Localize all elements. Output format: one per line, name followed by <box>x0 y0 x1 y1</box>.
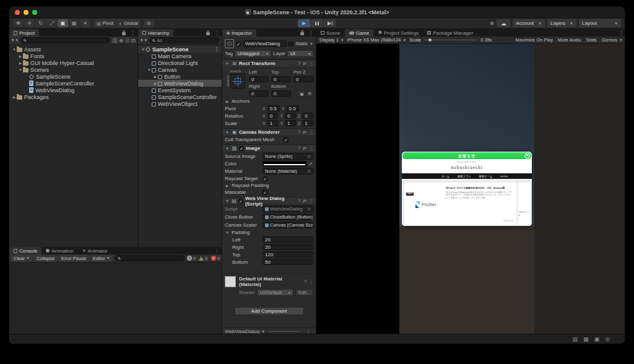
twisty-icon[interactable] <box>225 62 230 66</box>
component-menu-icon[interactable]: ⋮ <box>309 61 313 66</box>
panel-menu-icon[interactable]: ⋮ <box>306 29 316 37</box>
pause-button[interactable] <box>311 19 323 27</box>
component-menu-icon[interactable]: ⋮ <box>309 130 313 135</box>
twisty-icon[interactable] <box>18 61 23 65</box>
mute-audio-toggle[interactable]: Mute Audio <box>558 37 581 43</box>
hierarchy-tree-row[interactable]: Directional Light <box>138 59 222 66</box>
hierarchy-search-input[interactable]: All <box>149 37 220 43</box>
twisty-icon[interactable] <box>18 68 23 72</box>
help-icon[interactable]: ? <box>298 146 300 151</box>
tab-project[interactable]: Project <box>9 29 39 37</box>
layout-dropdown[interactable]: Layout▼ <box>579 19 621 27</box>
project-tree-row[interactable]: GUI Mobile Hyper-Casual <box>9 59 137 66</box>
padding-top-field[interactable]: 120 <box>263 251 313 258</box>
create-asset-button[interactable]: +▼ <box>11 37 19 43</box>
padding-bottom-field[interactable]: 50 <box>263 259 313 265</box>
scale-z-field[interactable]: 1 <box>302 120 313 126</box>
dialog-close-button[interactable]: ✕ <box>524 153 530 158</box>
rotation-z-field[interactable]: 0 <box>302 113 313 119</box>
image-enabled-checkbox[interactable] <box>239 146 244 151</box>
nav-item-games[interactable]: 開発ゲーム <box>479 175 492 178</box>
tab-inspector[interactable]: Inspector <box>222 29 256 37</box>
hierarchy-tree-row[interactable]: EventSystem <box>138 87 222 93</box>
twisty-icon[interactable] <box>12 48 17 51</box>
maximize-on-play-toggle[interactable]: Maximize On Play <box>516 37 553 43</box>
zoom-window-button[interactable] <box>32 10 37 15</box>
panel-menu-icon[interactable]: ⋮ <box>616 29 625 37</box>
create-object-button[interactable]: +▼ <box>140 37 147 43</box>
move-tool-icon[interactable]: ✛ <box>24 19 35 27</box>
presets-icon[interactable]: ⇄ <box>303 146 306 151</box>
rotation-x-field[interactable]: 0 <box>267 113 279 119</box>
project-tree-row[interactable]: Assets <box>9 46 137 53</box>
account-dropdown[interactable]: Account▼ <box>513 19 545 27</box>
clear-button[interactable]: Clear▼ <box>11 255 32 262</box>
help-icon[interactable]: ? <box>298 130 300 135</box>
info-count-toggle[interactable]: 0 <box>187 256 196 261</box>
hidden-count-group[interactable]: ⊘ 15 <box>125 37 136 43</box>
tab-project-settings[interactable]: ✱Project Settings <box>373 29 423 37</box>
aspect-dropdown[interactable]: iPhone XS Max 2688x124▼ <box>347 37 407 43</box>
maskable-checkbox[interactable] <box>263 190 267 195</box>
project-tree-row[interactable]: Packages <box>9 93 137 100</box>
tab-game[interactable]: Game <box>345 29 374 37</box>
presets-icon[interactable]: ⇄ <box>303 130 306 135</box>
image-header[interactable]: ▨ Image ?⇄⋮ <box>222 144 316 152</box>
gizmos-dropdown[interactable]: GizmosGizmos▼ <box>602 37 623 43</box>
minimize-window-button[interactable] <box>24 10 28 15</box>
script-enabled-checkbox[interactable] <box>238 199 243 204</box>
global-toggle[interactable]: ◐Global <box>116 19 141 27</box>
transform-tool-icon[interactable]: ▦ <box>69 19 79 27</box>
scale-tool-icon[interactable]: ⤢ <box>46 19 57 27</box>
presets-icon[interactable]: ⇄ <box>303 61 306 66</box>
bottom-field[interactable]: 0 <box>271 90 291 97</box>
rect-transform-header[interactable]: ⊞ Rect Transform ?⇄⋮ <box>222 59 316 67</box>
hierarchy-tree-row[interactable]: Canvas <box>138 66 222 73</box>
blog-post-card[interactable]: NEW Flutter 【Flutter】デバイス登録の記事のほか、iOS、An… <box>404 183 516 225</box>
close-window-button[interactable] <box>15 10 20 15</box>
add-component-button[interactable]: Add Component <box>235 307 304 315</box>
tab-scene[interactable]: Scene <box>316 29 345 37</box>
chevron-down-icon[interactable]: ▼ <box>261 330 265 334</box>
raw-edit-mode-button[interactable]: R <box>306 91 313 97</box>
twisty-icon[interactable] <box>225 147 230 150</box>
tab-package-manager[interactable]: Package Manager <box>423 29 477 37</box>
top-field[interactable]: 0 <box>271 76 291 82</box>
blueprint-mode-button[interactable]: ▣ <box>298 91 305 97</box>
pivot-x-field[interactable]: 0.5 <box>267 105 280 111</box>
tab-animation[interactable]: Animation <box>41 247 78 254</box>
component-menu-icon[interactable]: ⋮ <box>309 279 313 284</box>
twisty-icon[interactable] <box>18 54 23 58</box>
hierarchy-tree-row[interactable]: SampleScene ⋮ <box>138 46 222 53</box>
padding-left-field[interactable]: 20 <box>263 236 313 243</box>
rotate-tool-icon[interactable]: ↻ <box>35 19 46 27</box>
nav-item-apps[interactable]: 開発アプリ <box>458 175 471 178</box>
error-count-toggle[interactable]: 0 <box>211 256 220 261</box>
tab-animator[interactable]: ➤Animator <box>78 247 112 254</box>
presets-icon[interactable]: ⇄ <box>303 199 306 204</box>
custom-tool-icon[interactable]: ✕ <box>80 19 90 27</box>
shader-dropdown[interactable]: UI/Default <box>257 289 293 296</box>
editor-dropdown[interactable]: Editor▼ <box>90 255 113 262</box>
lock-icon[interactable] <box>206 32 210 35</box>
anchors-foldout[interactable]: Anchors <box>222 98 316 105</box>
undo-history-icon[interactable]: ✱ <box>490 20 495 27</box>
panel-menu-icon[interactable]: ⋮ <box>212 29 222 37</box>
twisty-icon[interactable] <box>153 81 158 85</box>
cache-server-icon[interactable]: ▦ <box>583 336 589 342</box>
project-tree-row[interactable]: Scenes <box>9 66 137 73</box>
project-tree-row[interactable]: SampleScene <box>9 73 137 80</box>
rect-tool-icon[interactable]: ▣ <box>58 19 68 27</box>
twisty-icon[interactable] <box>225 199 230 203</box>
edit-shader-button[interactable]: Edit... <box>295 289 313 296</box>
project-search-input[interactable] <box>20 37 110 43</box>
posz-field[interactable]: 0 <box>293 76 313 82</box>
close-button-field[interactable]: CloseButton (Button) <box>263 214 313 220</box>
asset-labels-icon[interactable]: ◆ <box>119 37 123 43</box>
activity-indicator-icon[interactable]: ◎ <box>605 336 610 342</box>
console-search-input[interactable] <box>115 255 185 261</box>
canvas-renderer-header[interactable]: ◉ Canvas Renderer ?⇄⋮ <box>222 128 316 136</box>
code-coverage-icon[interactable]: ▣ <box>594 336 600 342</box>
hand-tool-icon[interactable]: ✥ <box>13 19 24 27</box>
sprite-packer-icon[interactable]: ▧ <box>112 37 118 43</box>
